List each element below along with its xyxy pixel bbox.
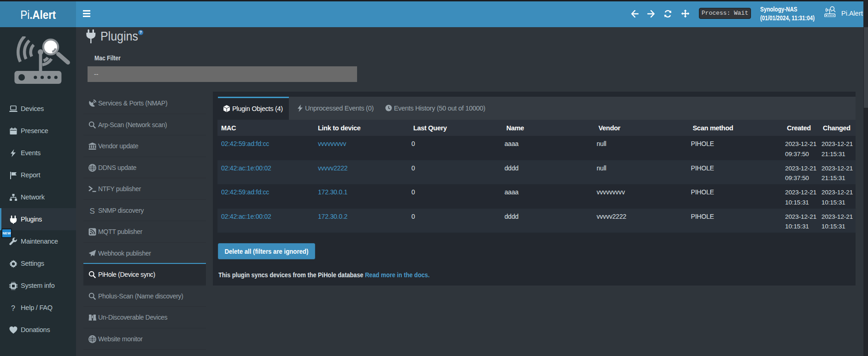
svg-text:?: ? — [11, 304, 15, 312]
svg-text:S: S — [90, 207, 95, 215]
